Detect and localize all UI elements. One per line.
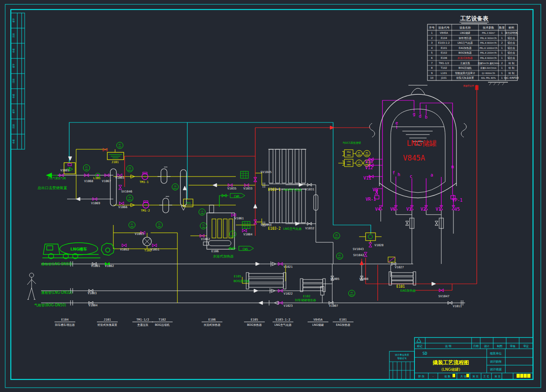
label-V1032[interactable]: V1032	[305, 227, 314, 230]
label-m[interactable]: m	[451, 164, 454, 169]
valve[interactable]	[152, 244, 157, 247]
label-VP-1[interactable]: VP-1	[452, 198, 462, 202]
instrument-PC101[interactable]: PC101	[117, 142, 123, 149]
bog-compressor-t102[interactable]	[143, 237, 151, 246]
instrument-PG1013[interactable]: PG1013	[334, 233, 340, 239]
instrument-PG1082[interactable]: PG1082	[364, 151, 370, 157]
label-V5[interactable]: V5	[455, 207, 460, 212]
label-V11[interactable]: V11	[363, 176, 371, 180]
label-SV1047[interactable]: SV1047	[438, 295, 449, 298]
label-V1065[interactable]: V1065	[115, 176, 124, 180]
label-总出口去焚烧装置[interactable]: 总出口去焚烧装置	[37, 186, 67, 190]
valve[interactable]	[364, 252, 367, 257]
instrument-TI102[interactable]: TI102	[156, 222, 163, 228]
valve[interactable]	[119, 185, 122, 190]
instrument-PI101[interactable]: PI101	[84, 165, 90, 171]
equipment-table[interactable]: 工艺设备表 序号设备代号设备名称技术参数数量材料1V845ALNG储罐PRL.3…	[427, 15, 519, 80]
label-E103-1[interactable]: E103-1	[268, 188, 281, 192]
separator-column-1[interactable]	[110, 169, 116, 206]
instrument-bubbles-layer[interactable]: PC101PI101FR1012FR1012FR1012LG106TS106TI…	[84, 142, 370, 297]
instrument-box-v1027[interactable]	[388, 257, 395, 262]
instrument-PT1082[interactable]: PT1082	[356, 151, 363, 157]
label-E101[interactable]: E101	[396, 285, 405, 289]
label-SV1046[interactable]: SV1046	[121, 190, 132, 193]
label-J101[interactable]: J101	[112, 161, 119, 164]
label-LNG主气化器[interactable]: LNG主气化器	[283, 227, 302, 231]
lng-pump-1[interactable]	[142, 172, 148, 180]
label-V1061[interactable]: V1061	[234, 217, 244, 220]
valve[interactable]	[103, 148, 107, 151]
label-接放空总管[interactable]: 接放空总管	[463, 84, 474, 87]
label-V1028[interactable]: V1028	[374, 244, 383, 247]
label-V1022[interactable]: V1022	[283, 292, 292, 296]
heat-exchanger-small-1[interactable]	[157, 167, 170, 183]
water-bath-heater-e106[interactable]	[203, 205, 234, 249]
label-V2[interactable]: V2	[421, 207, 426, 212]
label-E106[interactable]: E106	[212, 250, 219, 253]
label-水浴式加热器[interactable]: 水浴式加热器	[213, 254, 234, 258]
label-SV1044[interactable]: SV1044	[260, 223, 271, 227]
label-天然气紧急气阀[interactable]: 天然气紧急气阀	[48, 177, 66, 180]
label-V1033[interactable]: V1033	[243, 187, 252, 190]
lng-pump-2[interactable]	[143, 201, 149, 208]
label-卸车储罐增压器[interactable]: 卸车储罐增压器	[295, 299, 316, 302]
label-h[interactable]: h	[398, 172, 400, 177]
vaporizer-e103-1[interactable]	[266, 149, 306, 185]
label-V1027[interactable]: V1027	[395, 266, 404, 269]
instrument-FR1012[interactable]: FR1012	[172, 184, 179, 190]
valve[interactable]	[369, 243, 372, 247]
label-V1067[interactable]: V1067	[102, 180, 111, 183]
piping-cyan[interactable]	[69, 122, 371, 234]
instrument-FR1012[interactable]: FR1012	[127, 166, 133, 172]
label-VR-1[interactable]: VR-1	[366, 197, 376, 202]
label-V1066[interactable]: V1066	[118, 206, 127, 209]
instrument-TS106[interactable]: TS106	[200, 223, 207, 229]
label-V1011[interactable]: V1011	[453, 305, 462, 308]
label-V1035[interactable]: V1035	[227, 187, 236, 190]
label-c[interactable]: c	[410, 174, 412, 179]
instrument-PG1015[interactable]: PG1015	[349, 290, 355, 297]
vaporizer-e103-2[interactable]	[266, 189, 306, 224]
label-TM1-2[interactable]: TM1-2	[141, 209, 150, 212]
instrument-LT1081[interactable]: LT1081	[356, 160, 363, 167]
instrument-PI102[interactable]: PI102	[129, 222, 135, 228]
label-E102[interactable]: E102	[303, 295, 311, 298]
eag-heater-e101[interactable]	[389, 272, 416, 285]
label-a[interactable]: a	[430, 173, 433, 177]
valve[interactable]	[242, 229, 247, 232]
label-V1053[interactable]: V1053	[135, 232, 144, 236]
dcs-boxes-layer[interactable]: PSA1082LSA1081	[344, 150, 353, 167]
label-SV1042[interactable]: SV1042	[353, 254, 364, 257]
label-V3[interactable]: V3	[406, 207, 411, 212]
label-V1068[interactable]: V1068	[84, 180, 93, 183]
label-V1004[interactable]: V1004	[88, 304, 97, 307]
label-E105[interactable]: E105	[234, 275, 241, 278]
label-V1023[interactable]: V1023	[283, 304, 292, 308]
label-V6[interactable]: V6	[390, 207, 395, 212]
label-EAG加热器[interactable]: EAG加热器	[400, 289, 416, 292]
label-V1069[interactable]: V1069	[91, 202, 100, 205]
instrument-LG106[interactable]: LG106	[199, 209, 206, 215]
label-L101[interactable]: L101	[93, 177, 101, 180]
valve[interactable]	[435, 221, 438, 225]
label-V1[interactable]: V1	[436, 207, 441, 212]
label-TD31[interactable]: TD31	[186, 202, 191, 204]
label-V1002[interactable]: V1002	[105, 264, 114, 268]
label-V1062[interactable]: V1062	[201, 238, 210, 241]
dcs-instrument-LSA[interactable]: LSA1081	[344, 159, 353, 167]
label-b[interactable]: b	[425, 115, 427, 119]
label-V1052[interactable]: V1052	[120, 248, 129, 251]
unloading-booster-e102[interactable]	[300, 279, 325, 292]
valve[interactable]	[122, 244, 126, 247]
label-LNG主气化器[interactable]: LNG主气化器	[283, 188, 302, 192]
label-V1031[interactable]: V1031	[305, 188, 314, 191]
heat-exchanger-small-2[interactable]	[159, 196, 172, 213]
label-V1081[interactable]: V1081	[60, 169, 69, 172]
instrument-TI106[interactable]: TI106	[230, 231, 236, 238]
label-V4[interactable]: V4	[375, 207, 380, 212]
label-BOG加热器[interactable]: BOG加热器	[234, 280, 250, 283]
label-V10[interactable]: V10	[365, 159, 373, 164]
label-V1005[interactable]: V1005	[330, 277, 339, 281]
instrument-FR1012[interactable]: FR1012	[127, 195, 133, 202]
label-SV1043[interactable]: SV1043	[353, 247, 363, 251]
